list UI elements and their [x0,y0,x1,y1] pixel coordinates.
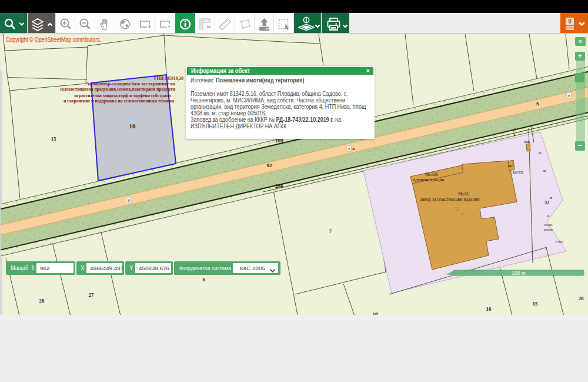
svg-text:МС: МС [508,164,514,168]
svg-text:8: 8 [568,94,570,98]
svg-text:16: 16 [486,306,492,312]
svg-text:БКТП: БКТП [513,170,523,175]
svg-text:26: 26 [39,298,45,304]
svg-text:Б: Б [513,133,515,137]
svg-text:6: 6 [203,277,206,283]
svg-text:резер: резер [544,227,553,231]
svg-text:УПИ 005019,20: УПИ 005019,20 [153,76,183,81]
svg-text:266: 266 [275,183,283,189]
svg-text:27: 27 [89,292,95,298]
svg-text:15: 15 [51,136,57,142]
svg-text:8: 8 [128,198,130,204]
svg-text:15: 15 [533,301,539,307]
svg-text:А: А [536,101,539,107]
svg-text:и съхранение и поддръжка на се: и съхранение и поддръжка на селскостопан… [64,98,174,104]
svg-text:28: 28 [579,295,584,301]
svg-text:МЖ: МЖ [524,140,530,144]
svg-text:селскостопанска продукция,семе: селскостопанска продукция,семена,пакетир… [60,87,176,92]
svg-text:0: 0 [568,18,572,25]
svg-text:подз.: подз. [544,222,553,227]
svg-text:МсбС: МсбС [458,191,470,197]
svg-text:100 m: 100 m [512,270,526,276]
svg-text:92: 92 [267,162,273,168]
svg-text:администрация: администрация [413,177,445,182]
svg-text:сонд: сонд [556,239,564,243]
svg-text:16: 16 [129,122,136,129]
svg-text:А: А [352,147,355,151]
svg-text:8: 8 [348,147,350,151]
svg-text:МсбЖ: МсбЖ [425,172,439,177]
svg-text:завод за пластмасови изделия: завод за пластмасови изделия [420,197,480,202]
svg-text:7: 7 [329,228,332,234]
svg-text:31: 31 [455,207,460,212]
svg-text:32: 32 [544,200,549,205]
svg-text:Д: Д [513,128,516,131]
